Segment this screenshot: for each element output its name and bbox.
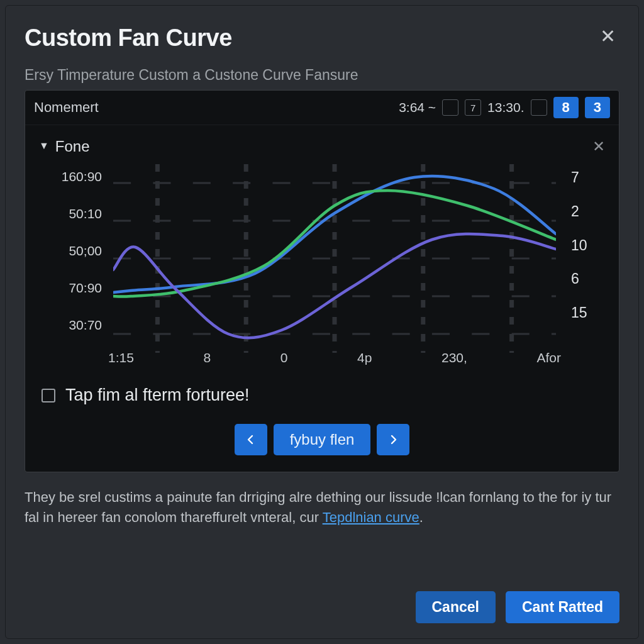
toolbar-badge-b[interactable]: 3 (585, 97, 610, 118)
curve-curve-green[interactable] (113, 191, 556, 297)
close-icon[interactable]: ✕ (596, 25, 619, 48)
chevron-left-icon (246, 435, 256, 445)
toolbar-box-c[interactable] (531, 99, 547, 116)
fan-curve-modal: Custom Fan Curve ✕ Ersy Timperature Cust… (5, 5, 639, 639)
pager-main-button[interactable]: fybuy flen (274, 424, 371, 455)
curve-panel: Nomemert 3:64 ~ 7 13:30. 8 3 ▼ Fone ✕ 16… (25, 90, 619, 472)
option-checkbox[interactable] (42, 389, 55, 402)
modal-title: Custom Fan Curve (25, 25, 232, 52)
y-axis-right: 7 2 10 6 15 (561, 164, 605, 353)
description-part-a: They be srel custims a painute fan drrig… (25, 489, 611, 525)
section-close-icon[interactable]: ✕ (592, 138, 605, 155)
y2-tick: 2 (571, 203, 579, 220)
y-tick: 50:10 (69, 206, 102, 221)
chart-plot (113, 164, 556, 353)
y2-tick: 10 (571, 237, 587, 254)
y2-tick: 6 (571, 270, 579, 287)
section-header[interactable]: ▼ Fone ✕ (39, 134, 605, 158)
chevron-right-icon (388, 435, 398, 445)
chevron-down-icon: ▼ (39, 140, 49, 152)
panel-body: ▼ Fone ✕ 160:90 50:10 50;00 70:90 30:70 (25, 125, 619, 472)
option-row: Tap fim al fterm forturee! (39, 386, 605, 405)
toolbar-box-a[interactable] (442, 99, 458, 116)
y-tick: 30:70 (69, 318, 102, 333)
description-text: They be srel custims a painute fan drrig… (25, 487, 619, 528)
pager: fybuy flen (39, 424, 605, 457)
toolbar-badge-a[interactable]: 8 (553, 97, 579, 118)
fan-curve-chart[interactable] (113, 164, 556, 353)
prev-button[interactable] (235, 424, 267, 455)
next-button[interactable] (377, 424, 409, 455)
y-tick: 160:90 (62, 169, 102, 184)
y2-tick: 7 (571, 169, 579, 186)
confirm-button[interactable]: Cant Ratted (506, 591, 619, 623)
toolbar-time: 13:30. (487, 100, 524, 115)
toolbar-value-a[interactable]: 3:64 ~ (399, 100, 436, 115)
y-axis-left: 160:90 50:10 50;00 70:90 30:70 (39, 164, 108, 353)
option-label: Tap fim al fterm forturee! (65, 386, 250, 405)
chart-area: 160:90 50:10 50;00 70:90 30:70 (39, 164, 605, 353)
profile-name-label[interactable]: Nomemert (34, 99, 99, 116)
modal-header: Custom Fan Curve ✕ (25, 25, 619, 52)
y2-tick: 15 (571, 304, 587, 321)
modal-footer: Cancel Cant Ratted (25, 577, 619, 623)
y-tick: 50;00 (69, 243, 102, 258)
section-title: Fone (55, 138, 90, 155)
description-part-b: . (419, 509, 423, 525)
panel-toolbar: Nomemert 3:64 ~ 7 13:30. 8 3 (25, 91, 619, 125)
modal-subtitle: Ersy Timperature Custom a Custone Curve … (25, 67, 619, 84)
cancel-button[interactable]: Cancel (416, 591, 496, 623)
toolbar-box-b[interactable]: 7 (465, 99, 481, 116)
description-link[interactable]: Tepdlnian curve (323, 509, 419, 525)
y-tick: 70:90 (69, 280, 102, 296)
